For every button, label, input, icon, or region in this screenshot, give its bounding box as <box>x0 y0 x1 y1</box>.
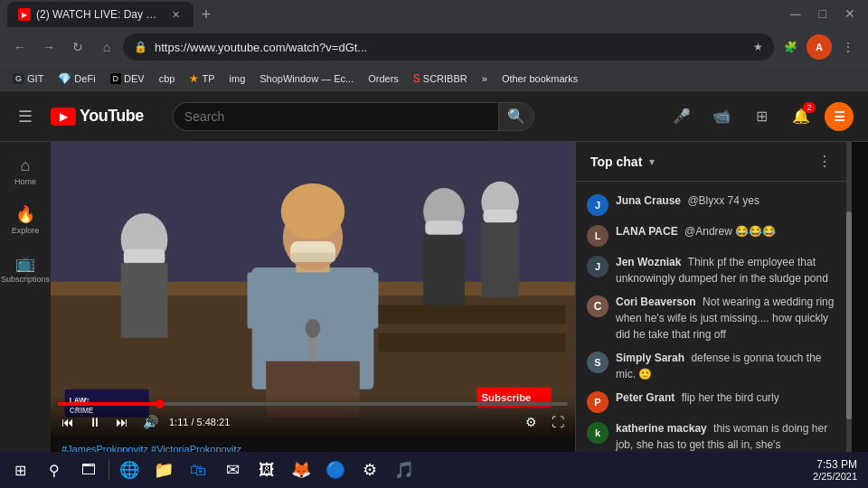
maximize-button[interactable]: □ <box>814 6 832 23</box>
header-right: 🎤 📹 ⊞ 🔔 2 ☰ <box>665 100 854 133</box>
music-icon: 🎵 <box>394 460 414 480</box>
chat-text: @Blyxx 74 yes <box>687 194 760 207</box>
taskbar-music[interactable]: 🎵 <box>388 454 420 486</box>
forward-button[interactable]: → <box>36 34 61 60</box>
new-tab-button[interactable]: + <box>193 2 219 27</box>
chat-more-button[interactable]: ⋮ <box>817 153 832 170</box>
chat-message-content: katherine mackay this woman is doing her… <box>616 420 835 452</box>
address-bar[interactable]: 🔒 https://www.youtube.com/watch?v=dGt...… <box>123 33 774 61</box>
taskbar-clock[interactable]: 7:53 PM 2/25/2021 <box>813 458 864 482</box>
video-controls-overlay: ⏮ ⏸ ⏭ 🔊 1:11 / 5:48:21 ⚙ ⛶ <box>51 395 575 440</box>
bookmark-scribbr[interactable]: S SCRIBBR <box>408 70 473 87</box>
bookmark-cbp[interactable]: cbp <box>154 71 181 86</box>
search-input[interactable] <box>173 102 498 131</box>
svg-rect-20 <box>481 222 518 297</box>
bookmark-orders[interactable]: Orders <box>363 71 404 86</box>
notifications-button[interactable]: 🔔 2 <box>785 100 817 133</box>
chat-scrollbar[interactable] <box>846 142 852 488</box>
fullscreen-button[interactable]: ⛶ <box>548 411 568 433</box>
chat-text: @Andrew 😂😂😂 <box>684 225 776 238</box>
skip-forward-button[interactable]: ⏭ <box>112 411 132 433</box>
extensions-button[interactable]: 🧩 <box>778 34 803 60</box>
bookmark-more[interactable]: » <box>476 71 493 86</box>
youtube-app: ☰ ▶ YouTube 🔍 🎤 📹 ⊞ 🔔 2 ☰ ⌂ Home <box>0 91 868 488</box>
tab-title: (2) WATCH LIVE: Day 7 - Jam... <box>36 8 163 21</box>
chat-message: P Peter Grant flip her the bird curly <box>576 386 846 417</box>
star-icon[interactable]: ★ <box>753 41 763 53</box>
svg-rect-24 <box>379 305 566 324</box>
sidebar-item-explore[interactable]: 🔥 Explore <box>4 197 47 242</box>
video-progress-bar[interactable] <box>58 402 568 406</box>
microphone-search-button[interactable]: 🎤 <box>665 100 698 133</box>
user-avatar[interactable]: ☰ <box>825 102 854 131</box>
svg-rect-17 <box>423 235 465 310</box>
bookmark-other[interactable]: Other bookmarks <box>496 71 583 86</box>
chat-scrollbar-thumb[interactable] <box>846 211 852 419</box>
sidebar-item-home[interactable]: ⌂ Home <box>4 149 47 193</box>
back-button[interactable]: ← <box>7 34 33 60</box>
taskbar-explorer[interactable]: 📁 <box>147 454 180 486</box>
bookmarks-bar: G GIT 💎 DeFi D DEV cbp ★ TP img ShopWind… <box>0 65 868 90</box>
chat-panel: Top chat ▾ ⋮ J Juna Crause @Blyxx 74 yes <box>575 142 846 488</box>
bookmark-git-label: GIT <box>27 73 43 84</box>
settings-button[interactable]: ⚙ <box>522 411 541 433</box>
tab-close-button[interactable]: ✕ <box>168 7 183 22</box>
clock-time: 7:53 PM <box>813 458 857 471</box>
skip-back-button[interactable]: ⏮ <box>58 411 78 433</box>
chat-message: C Cori Beaverson Not wearing a wedding r… <box>576 290 846 346</box>
taskbar-brave[interactable]: 🔵 <box>319 454 352 486</box>
bookmark-tp[interactable]: ★ TP <box>184 70 220 87</box>
taskbar-mail[interactable]: ✉ <box>216 454 249 486</box>
scribbr-label: SCRIBBR <box>423 73 467 84</box>
chat-avatar: C <box>587 296 609 317</box>
bookmark-defi[interactable]: 💎 DeFi <box>52 70 100 87</box>
close-button[interactable]: ✕ <box>839 6 861 23</box>
minimize-button[interactable]: ─ <box>785 6 806 23</box>
sidebar-item-subscriptions[interactable]: 📺 Subscriptions <box>4 246 47 291</box>
refresh-button[interactable]: ↻ <box>65 34 90 60</box>
svg-point-23 <box>306 319 321 338</box>
menu-button[interactable]: ⋮ <box>835 34 861 60</box>
bookmark-dev[interactable]: D DEV <box>105 71 150 86</box>
cbp-label: cbp <box>159 73 175 84</box>
taskbar-store[interactable]: 🛍 <box>182 454 214 486</box>
taskbar-edge[interactable]: 🌐 <box>113 454 146 486</box>
task-view-button[interactable]: 🗔 <box>72 454 105 486</box>
chat-messages: J Juna Crause @Blyxx 74 yes L LANA PACE … <box>576 182 846 452</box>
profile-button[interactable]: A <box>807 34 832 60</box>
taskbar-photos[interactable]: 🖼 <box>250 454 283 486</box>
home-button[interactable]: ⌂ <box>94 34 119 60</box>
active-tab[interactable]: ▶ (2) WATCH LIVE: Day 7 - Jam... ✕ <box>7 2 193 27</box>
progress-fill <box>58 402 160 406</box>
chat-message-content: Juna Crause @Blyxx 74 yes <box>616 192 835 209</box>
search-button[interactable]: 🔍 <box>498 102 534 131</box>
bookmark-dev-label: DEV <box>124 73 145 84</box>
bookmark-img[interactable]: img <box>224 71 251 86</box>
folder-icon: 📁 <box>154 460 174 480</box>
start-button[interactable]: ⊞ <box>4 454 36 486</box>
video-section: LAW ⚖ CRIME Subscribe <box>51 142 575 488</box>
scribbr-icon: S <box>413 72 420 85</box>
title-bar: ▶ (2) WATCH LIVE: Day 7 - Jam... ✕ + ─ □… <box>0 0 868 29</box>
youtube-logo[interactable]: ▶ YouTube <box>51 107 144 126</box>
youtube-header: ☰ ▶ YouTube 🔍 🎤 📹 ⊞ 🔔 2 ☰ <box>0 91 868 142</box>
chat-dropdown-button[interactable]: ▾ <box>649 155 655 168</box>
chat-message: J Juna Crause @Blyxx 74 yes <box>576 189 846 220</box>
taskbar-chrome[interactable]: ⚙ <box>354 454 386 486</box>
hamburger-menu-icon[interactable]: ☰ <box>14 103 36 130</box>
taskbar-firefox[interactable]: 🦊 <box>285 454 317 486</box>
youtube-logo-icon: ▶ <box>51 108 76 126</box>
sidebar: ⌂ Home 🔥 Explore 📺 Subscriptions <box>0 142 51 488</box>
bookmark-shopwindow[interactable]: ShopWindow — Ec... <box>254 71 359 86</box>
apps-button[interactable]: ⊞ <box>745 100 778 133</box>
url-display: https://www.youtube.com/watch?v=dGt... <box>155 41 367 54</box>
search-button[interactable]: ⚲ <box>38 454 71 486</box>
video-player[interactable]: LAW ⚖ CRIME Subscribe <box>51 142 575 440</box>
create-video-button[interactable]: 📹 <box>705 100 738 133</box>
tp-label: TP <box>202 73 214 84</box>
play-pause-button[interactable]: ⏸ <box>85 411 105 433</box>
bookmark-git[interactable]: G GIT <box>7 71 49 86</box>
chat-username: Simply Sarah <box>616 352 684 364</box>
progress-dot <box>156 399 165 408</box>
volume-button[interactable]: 🔊 <box>139 411 162 433</box>
